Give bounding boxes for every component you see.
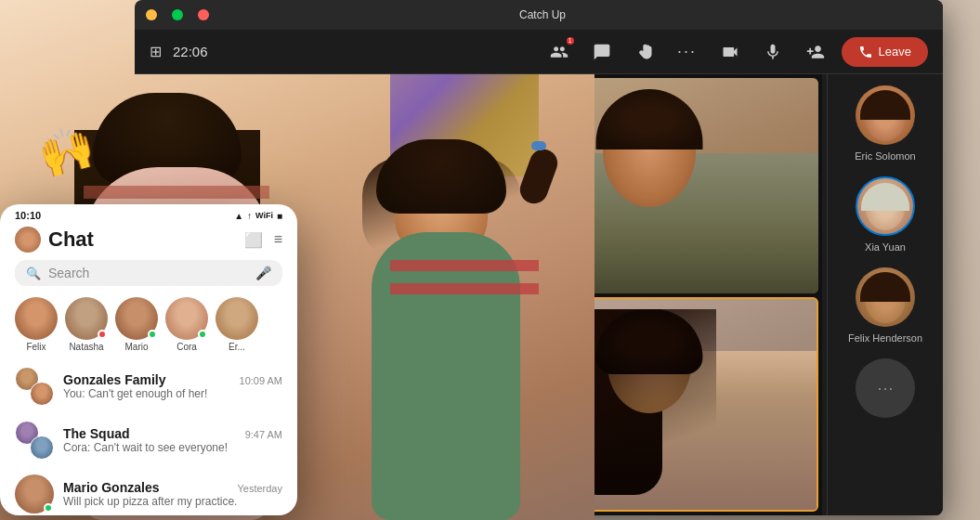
chat-preview-mario: Will pick up pizza after my practice. bbox=[63, 495, 282, 508]
story-avatar-er bbox=[216, 297, 258, 340]
story-avatar-natasha bbox=[65, 297, 108, 340]
chat-info-gonzales-family: Gonzales Family 10:09 AM You: Can't get … bbox=[63, 372, 282, 400]
chat-preview: You: Can't get enough of her! bbox=[63, 387, 282, 400]
story-avatar-felix bbox=[15, 297, 58, 340]
maximize-button[interactable] bbox=[172, 9, 183, 20]
natasha-status-dot bbox=[98, 330, 107, 339]
participant-name-xia: Xia Yuan bbox=[865, 241, 906, 253]
story-item-cora[interactable]: Cora bbox=[165, 297, 208, 352]
call-header: ⊞ 22:06 1 ··· bbox=[135, 30, 943, 74]
window-left-icons bbox=[146, 9, 209, 20]
story-name-natasha: Natasha bbox=[69, 342, 103, 352]
phone-header-icons: ⬜ ≡ bbox=[244, 231, 282, 249]
status-icons: ▲↑WiFi■ bbox=[234, 211, 282, 221]
mic-icon[interactable]: 🎤 bbox=[255, 266, 271, 280]
raise-hand-button[interactable] bbox=[628, 35, 661, 69]
phone-time: 10:10 bbox=[15, 210, 41, 221]
call-time: 22:06 bbox=[173, 44, 208, 59]
participant-name-felix: Felix Henderson bbox=[848, 332, 922, 344]
participant-avatar-eric bbox=[856, 85, 915, 145]
story-row: Felix Natasha Mario Cora Er... bbox=[0, 293, 297, 359]
participant-item-eric[interactable]: Eric Solomon bbox=[855, 85, 915, 162]
chat-name-row-squad: The Squad 9:47 AM bbox=[63, 426, 282, 441]
participant-name-eric: Eric Solomon bbox=[855, 150, 915, 162]
search-icon: 🔍 bbox=[26, 266, 41, 280]
group-av-2 bbox=[30, 382, 54, 406]
story-avatar-cora bbox=[165, 297, 208, 340]
participant-avatar-felix bbox=[856, 267, 915, 327]
camera-button[interactable] bbox=[713, 35, 747, 69]
phone-title-area: Chat bbox=[15, 227, 94, 253]
search-placeholder: Search bbox=[48, 266, 248, 280]
chat-avatar-squad bbox=[15, 421, 54, 460]
chat-name: Gonzales Family bbox=[63, 372, 165, 387]
close-button[interactable] bbox=[198, 9, 209, 20]
chat-button[interactable] bbox=[585, 35, 619, 69]
title-bar: Catch Up bbox=[135, 0, 943, 30]
chat-avatar-mario bbox=[15, 474, 54, 514]
cora-status-dot bbox=[198, 330, 207, 339]
chat-name-mario: Mario Gonzales bbox=[63, 480, 159, 495]
add-person-button[interactable] bbox=[799, 35, 832, 69]
chat-time: 10:09 AM bbox=[240, 375, 282, 386]
phone-camera-icon[interactable]: ⬜ bbox=[244, 231, 263, 249]
story-item-felix[interactable]: Felix bbox=[15, 297, 58, 352]
chat-name-row-mario: Mario Gonzales Yesterday bbox=[63, 480, 282, 495]
chat-list: Gonzales Family 10:09 AM You: Can't get … bbox=[0, 359, 297, 515]
chat-time-mario: Yesterday bbox=[237, 483, 282, 494]
participant-avatar-xia bbox=[856, 176, 915, 236]
grid-icon[interactable]: ⊞ bbox=[150, 43, 162, 60]
chat-name-row: Gonzales Family 10:09 AM bbox=[63, 372, 282, 387]
phone-title-avatar bbox=[15, 227, 41, 253]
phone-filter-icon[interactable]: ≡ bbox=[274, 231, 282, 249]
chat-avatar-gonzales-family bbox=[15, 367, 54, 406]
mario-online-dot bbox=[44, 503, 53, 513]
chat-item-gonzales-family[interactable]: Gonzales Family 10:09 AM You: Can't get … bbox=[0, 359, 297, 413]
people-button[interactable]: 1 bbox=[542, 35, 576, 69]
participant-avatar-more: ⋯ bbox=[856, 358, 915, 418]
participant-item-felix[interactable]: Felix Henderson bbox=[848, 267, 922, 344]
leave-button[interactable]: Leave bbox=[842, 37, 928, 67]
story-name-er: Er... bbox=[229, 342, 245, 352]
phone-header: Chat ⬜ ≡ bbox=[0, 223, 297, 260]
story-item-natasha[interactable]: Natasha bbox=[65, 297, 108, 352]
leave-label: Leave bbox=[879, 45, 911, 58]
phone-chat-title: Chat bbox=[48, 228, 94, 252]
story-item-mario[interactable]: Mario bbox=[115, 297, 158, 352]
phone-search-bar[interactable]: 🔍 Search 🎤 bbox=[15, 260, 282, 286]
story-name-mario: Mario bbox=[124, 342, 148, 352]
sidebar-participants: Eric Solomon Xia Yuan Felix Henderson ⋯ bbox=[827, 74, 943, 515]
story-item-er[interactable]: Er... bbox=[216, 297, 258, 352]
chat-time-squad: 9:47 AM bbox=[245, 429, 282, 440]
mario-status-dot bbox=[148, 330, 157, 339]
more-button[interactable]: ··· bbox=[671, 35, 704, 69]
minimize-button[interactable] bbox=[146, 9, 157, 20]
notification-badge: 1 bbox=[567, 37, 574, 45]
squad-av-2 bbox=[30, 436, 54, 460]
mic-button[interactable] bbox=[756, 35, 790, 69]
phone-status-bar: 10:10 ▲↑WiFi■ bbox=[0, 204, 297, 223]
chat-info-mario: Mario Gonzales Yesterday Will pick up pi… bbox=[63, 480, 282, 508]
story-avatar-mario bbox=[115, 297, 158, 340]
story-name-cora: Cora bbox=[176, 342, 197, 352]
participant-item-more[interactable]: ⋯ bbox=[856, 358, 915, 418]
chat-preview-squad: Cora: Can't wait to see everyone! bbox=[63, 441, 282, 454]
chat-info-squad: The Squad 9:47 AM Cora: Can't wait to se… bbox=[63, 426, 282, 454]
phone-overlay: 10:10 ▲↑WiFi■ Chat ⬜ ≡ 🔍 Search 🎤 Felix bbox=[0, 204, 297, 515]
chat-item-squad[interactable]: The Squad 9:47 AM Cora: Can't wait to se… bbox=[0, 413, 297, 467]
story-name-felix: Felix bbox=[26, 342, 46, 352]
chat-name-squad: The Squad bbox=[63, 426, 130, 441]
window-title: Catch Up bbox=[209, 8, 876, 21]
participant-item-xia[interactable]: Xia Yuan bbox=[856, 176, 915, 253]
call-header-actions: 1 ··· bbox=[542, 35, 928, 69]
chat-item-mario-gonzales[interactable]: Mario Gonzales Yesterday Will pick up pi… bbox=[0, 467, 297, 515]
